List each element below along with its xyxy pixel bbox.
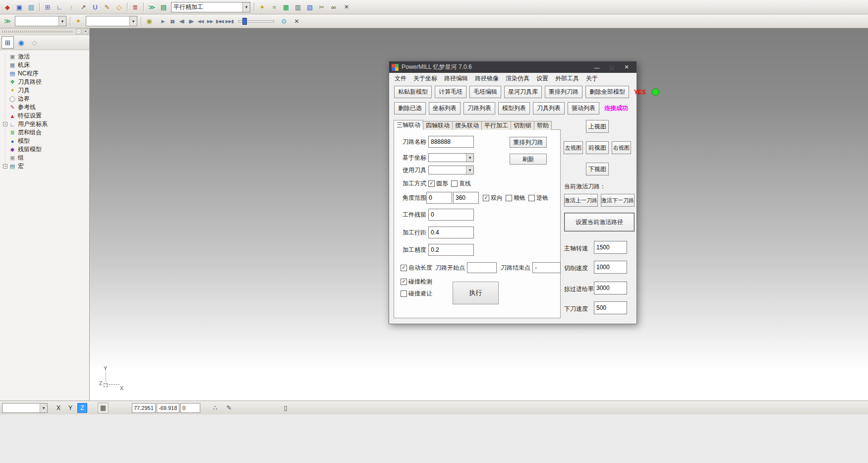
collision-check-checkbox[interactable]: ✓ 碰撞检测 — [401, 278, 432, 286]
chevron-down-icon[interactable]: ▾ — [466, 154, 473, 162]
grid-icon[interactable]: ▦ — [98, 403, 109, 413]
chevron-down-icon[interactable]: ▾ — [129, 16, 137, 26]
conventional-checkbox[interactable]: 逆铣 — [528, 194, 548, 202]
angle-to-input[interactable] — [453, 192, 479, 204]
tree-item-groups[interactable]: ▣ 组 — [3, 154, 89, 162]
compute-stock-button[interactable]: 计算毛坯 — [435, 86, 466, 98]
tool-icon[interactable]: ✦ — [73, 16, 84, 27]
auto-length-checkbox[interactable]: ✓ 自动长度 — [401, 264, 432, 272]
tree-item-toolpaths[interactable]: ❖ 刀具路径 — [3, 78, 89, 86]
tree-item-tools[interactable]: ✦ 刀具 — [3, 86, 89, 95]
stepover-input[interactable] — [428, 227, 474, 238]
toolbar-close-icon[interactable]: ✕ — [342, 2, 351, 11]
plunge-speed-input[interactable] — [594, 301, 627, 314]
options-icon[interactable]: ∴ — [210, 403, 221, 413]
macro-play-icon[interactable]: ≣ — [130, 1, 141, 12]
axis-y-button[interactable]: Y — [65, 403, 75, 413]
sim-toolbar-close-icon[interactable]: ✕ — [292, 17, 301, 26]
float-button[interactable]: ▫ — [76, 29, 81, 34]
cut-icon[interactable]: ✂ — [316, 1, 327, 12]
use-tool-select[interactable]: ▾ — [428, 166, 474, 174]
view-bottom-button[interactable]: 下视图 — [586, 163, 609, 175]
pencil-icon[interactable]: ✎ — [102, 1, 113, 12]
expander-icon[interactable]: + — [3, 164, 7, 169]
tree-item-macros[interactable]: + ▤ 宏 — [3, 162, 89, 171]
fast-forward-button[interactable]: ▶▶ — [205, 16, 215, 26]
tab-3axis[interactable]: 三轴联动 — [394, 120, 423, 130]
chevron-down-icon[interactable]: ▾ — [40, 404, 47, 412]
rearrange-toolpath-button[interactable]: 重排列刀路 — [545, 86, 582, 98]
end-point-input[interactable] — [532, 262, 561, 273]
menu-render-sim[interactable]: 渲染仿真 — [502, 73, 533, 84]
chevron-down-icon[interactable]: ▾ — [242, 2, 250, 12]
axes-icon[interactable]: ∟ — [54, 1, 65, 12]
model-list-button[interactable]: 模型列表 — [498, 102, 530, 115]
view-top-button[interactable]: 上视图 — [586, 120, 609, 133]
menu-settings[interactable]: 设置 — [533, 73, 552, 84]
minimize-button[interactable]: — — [589, 61, 604, 73]
menu-path-mirror[interactable]: 路径镜像 — [471, 73, 502, 84]
panel-close-button[interactable]: ✕ — [83, 29, 88, 34]
tree-item-feature-sets[interactable]: ▲ 特征设置 — [3, 112, 89, 120]
step-forward-button[interactable]: ▮▶ — [186, 16, 196, 26]
cutting-speed-input[interactable] — [594, 261, 627, 274]
coord-list-button[interactable]: 坐标列表 — [429, 102, 461, 115]
circle-checkbox[interactable]: ✓ 圆形 — [428, 179, 448, 188]
tab-parallel[interactable]: 平行加工 — [481, 121, 511, 130]
tab-saw[interactable]: 切割锯 — [511, 121, 534, 130]
delete-selected-button[interactable]: 删除已选 — [394, 102, 426, 115]
menu-about[interactable]: 关于 — [582, 73, 601, 84]
grid-icon[interactable]: ▦ — [281, 1, 291, 12]
graph-icon[interactable]: ≈ — [269, 1, 280, 12]
drive-list-button[interactable]: 驱动列表 — [568, 102, 599, 115]
slider-handle[interactable] — [242, 18, 247, 25]
climb-checkbox[interactable]: 顺铣 — [506, 194, 525, 202]
tolerance-input[interactable] — [428, 244, 474, 256]
axis-x-button[interactable]: X — [54, 403, 63, 413]
clock-icon[interactable]: ⊙ — [279, 16, 289, 27]
tree-item-workplanes[interactable]: + ∟ 用户坐标系 — [3, 120, 89, 128]
tree-item-activate[interactable]: ▣ 激活 — [3, 53, 89, 61]
list-icon[interactable]: ▤ — [158, 1, 169, 12]
view-right-button[interactable]: 右视图 — [612, 141, 631, 154]
shield-icon[interactable]: ◇ — [28, 36, 41, 49]
annotate-icon[interactable]: U — [90, 1, 101, 12]
menu-path-edit[interactable]: 路径编辑 — [441, 73, 471, 84]
delete-all-models-button[interactable]: 删除全部模型 — [585, 86, 629, 98]
app-icon[interactable]: ◆ — [2, 1, 13, 12]
stock-input[interactable] — [428, 209, 474, 221]
program-icon[interactable]: ≫ — [146, 1, 157, 12]
angle-from-input[interactable] — [426, 192, 452, 204]
tree-item-stock-models[interactable]: ◆ 残留模型 — [3, 145, 89, 154]
tree-item-patterns[interactable]: ✎ 参考线 — [3, 103, 89, 112]
panel-grip[interactable]: ▫ ✕ — [0, 28, 89, 35]
tab-head[interactable]: 摆头联动 — [452, 121, 482, 130]
activate-prev-button[interactable]: 激活上一刀路 — [564, 194, 598, 207]
tab-4axis[interactable]: 四轴联动 — [423, 121, 453, 130]
chevron-down-icon[interactable]: ▾ — [58, 16, 66, 26]
lightbulb-icon[interactable]: ◉ — [144, 16, 155, 27]
workplane-icon[interactable]: ⊞ — [42, 1, 53, 12]
statusbar-select[interactable]: ▾ — [2, 403, 48, 413]
refresh-button[interactable]: 刷新 — [510, 154, 547, 165]
edit-stock-button[interactable]: 毛坯编辑 — [469, 86, 501, 98]
menu-file[interactable]: 文件 — [391, 73, 410, 84]
tree-item-levels-sets[interactable]: ≣ 层和组合 — [3, 128, 89, 137]
rearrange-toolpath-button-2[interactable]: 重排列刀路 — [510, 137, 547, 148]
expander-icon[interactable]: + — [3, 122, 7, 126]
collision-avoid-checkbox[interactable]: 碰撞避让 — [401, 289, 432, 298]
activate-next-button[interactable]: 激活下一刀路 — [601, 194, 635, 207]
menu-external-tools[interactable]: 外部工具 — [552, 73, 582, 84]
spindle-speed-input[interactable] — [594, 241, 627, 254]
pause-button[interactable]: ▮▮ — [168, 16, 177, 26]
bidirectional-checkbox[interactable]: ✓ 双向 — [483, 194, 503, 202]
panel-toggle-icon[interactable]: ▯ — [280, 403, 291, 413]
close-button[interactable]: ✕ — [619, 61, 634, 73]
sim-toolpath-select[interactable]: ▾ — [86, 16, 137, 26]
tree-item-models[interactable]: ● 模型 — [3, 137, 89, 145]
go-start-button[interactable]: ▮◀◀ — [215, 16, 225, 26]
coord-z-input[interactable]: 0 — [180, 403, 200, 413]
coord-y-input[interactable]: -69.918 — [157, 403, 179, 413]
tool-list-button[interactable]: 刀具列表 — [533, 102, 565, 115]
binoculars-icon[interactable]: ∞ — [328, 1, 339, 12]
